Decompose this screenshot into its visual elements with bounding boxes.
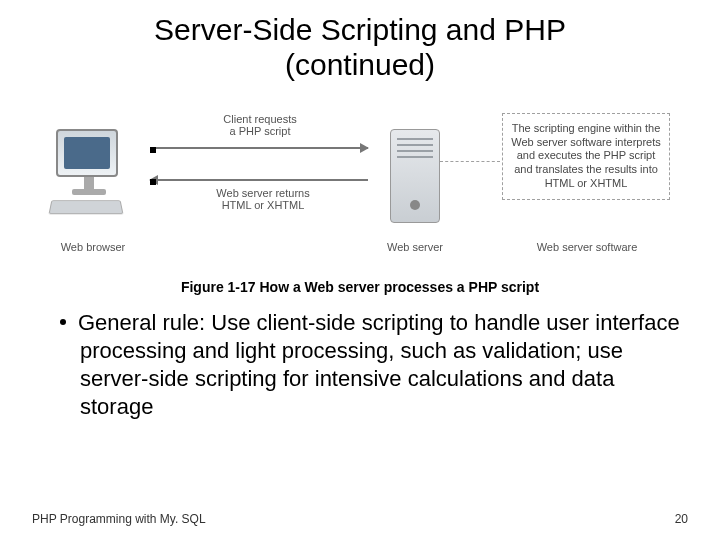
request-arrow <box>150 147 368 149</box>
client-label: Web browser <box>48 241 138 253</box>
bullet-paragraph: General rule: Use client-side scripting … <box>60 309 684 422</box>
monitor-base <box>72 189 106 195</box>
callout-box: The scripting engine within the Web serv… <box>502 113 670 200</box>
monitor-stand <box>84 177 94 189</box>
keyboard-icon <box>49 200 124 214</box>
slide-title: Server-Side Scripting and PHP (continued… <box>32 12 688 83</box>
response-arrow <box>150 179 368 181</box>
monitor-icon <box>56 129 118 177</box>
bullet-icon <box>60 319 66 325</box>
dashed-connector <box>440 161 500 162</box>
slide-footer: PHP Programming with My. SQL 20 <box>32 512 688 526</box>
title-line-2: (continued) <box>285 48 435 81</box>
request-arrow-label: Client requests a PHP script <box>190 113 330 138</box>
response-arrow-label: Web server returns HTML or XHTML <box>188 187 338 212</box>
figure-caption: Figure 1-17 How a Web server processes a… <box>32 279 688 295</box>
footer-left: PHP Programming with My. SQL <box>32 512 206 526</box>
client-computer-icon <box>56 129 122 215</box>
server-icon <box>390 129 440 223</box>
server-label: Web server <box>370 241 460 253</box>
title-line-1: Server-Side Scripting and PHP <box>154 13 566 46</box>
callout-label: Web server software <box>512 241 662 253</box>
figure-diagram: Web browser Client requests a PHP script… <box>40 101 680 271</box>
page-number: 20 <box>675 512 688 526</box>
slide: Server-Side Scripting and PHP (continued… <box>0 0 720 540</box>
bullet-text: General rule: Use client-side scripting … <box>78 310 680 419</box>
callout-text: The scripting engine within the Web serv… <box>511 122 661 189</box>
